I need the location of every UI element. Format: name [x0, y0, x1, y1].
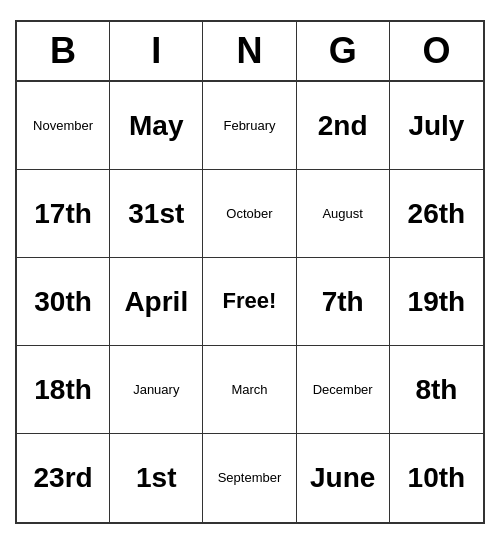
cell-text-r5-c5: 10th [408, 461, 466, 495]
cell-r4-c4: December [297, 346, 390, 434]
cell-r1-c1: November [17, 82, 110, 170]
cell-r2-c5: 26th [390, 170, 483, 258]
cell-r4-c3: March [203, 346, 296, 434]
bingo-header: BINGO [17, 22, 483, 82]
cell-text-r1-c2: May [129, 109, 183, 143]
header-letter-o: O [390, 22, 483, 80]
cell-r1-c3: February [203, 82, 296, 170]
cell-r4-c1: 18th [17, 346, 110, 434]
bingo-card: BINGO NovemberMayFebruary2ndJuly17th31st… [15, 20, 485, 524]
cell-text-r4-c3: March [231, 382, 267, 398]
cell-r5-c1: 23rd [17, 434, 110, 522]
cell-r5-c5: 10th [390, 434, 483, 522]
bingo-grid: NovemberMayFebruary2ndJuly17th31stOctobe… [17, 82, 483, 522]
cell-text-r5-c4: June [310, 461, 375, 495]
header-letter-n: N [203, 22, 296, 80]
cell-r2-c1: 17th [17, 170, 110, 258]
cell-text-r2-c1: 17th [34, 197, 92, 231]
cell-text-r3-c5: 19th [408, 285, 466, 319]
cell-r1-c5: July [390, 82, 483, 170]
cell-r3-c4: 7th [297, 258, 390, 346]
cell-text-r3-c1: 30th [34, 285, 92, 319]
cell-text-r3-c3: Free! [223, 288, 277, 314]
cell-text-r2-c3: October [226, 206, 272, 222]
cell-r3-c5: 19th [390, 258, 483, 346]
cell-text-r4-c5: 8th [415, 373, 457, 407]
cell-r5-c4: June [297, 434, 390, 522]
cell-text-r3-c2: April [124, 285, 188, 319]
cell-r3-c1: 30th [17, 258, 110, 346]
cell-r3-c3: Free! [203, 258, 296, 346]
cell-text-r1-c3: February [223, 118, 275, 134]
cell-text-r2-c4: August [322, 206, 362, 222]
cell-text-r5-c2: 1st [136, 461, 176, 495]
header-letter-g: G [297, 22, 390, 80]
cell-text-r1-c1: November [33, 118, 93, 134]
cell-text-r5-c1: 23rd [34, 461, 93, 495]
cell-r2-c3: October [203, 170, 296, 258]
cell-text-r1-c4: 2nd [318, 109, 368, 143]
cell-text-r5-c3: September [218, 470, 282, 486]
cell-r1-c4: 2nd [297, 82, 390, 170]
cell-r5-c2: 1st [110, 434, 203, 522]
cell-r2-c4: August [297, 170, 390, 258]
cell-text-r2-c5: 26th [408, 197, 466, 231]
cell-text-r4-c4: December [313, 382, 373, 398]
header-letter-i: I [110, 22, 203, 80]
cell-text-r3-c4: 7th [322, 285, 364, 319]
cell-text-r1-c5: July [408, 109, 464, 143]
header-letter-b: B [17, 22, 110, 80]
cell-text-r2-c2: 31st [128, 197, 184, 231]
cell-text-r4-c2: January [133, 382, 179, 398]
cell-r2-c2: 31st [110, 170, 203, 258]
cell-r4-c5: 8th [390, 346, 483, 434]
cell-r3-c2: April [110, 258, 203, 346]
cell-r1-c2: May [110, 82, 203, 170]
cell-r5-c3: September [203, 434, 296, 522]
cell-text-r4-c1: 18th [34, 373, 92, 407]
cell-r4-c2: January [110, 346, 203, 434]
